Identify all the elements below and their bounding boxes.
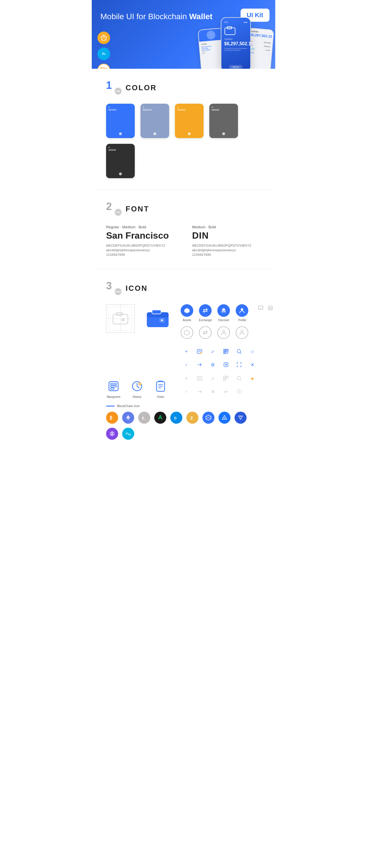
list-edit-icon-gray bbox=[196, 374, 204, 382]
share-icon bbox=[196, 361, 204, 369]
profile-icon-outline bbox=[236, 326, 248, 339]
svg-marker-20 bbox=[185, 330, 190, 335]
section-number-2: 2 TWO bbox=[106, 202, 121, 216]
hero-section: Mobile UI for Blockchain Wallet UI Kit P… bbox=[92, 0, 275, 69]
eth-icon bbox=[122, 412, 134, 424]
color-card-gray: #666666 bbox=[209, 104, 238, 138]
assets-icon bbox=[181, 304, 193, 317]
font-section-header: 2 TWO FONT bbox=[106, 202, 261, 216]
svg-point-65 bbox=[237, 376, 241, 380]
color-card-dark: #303030 bbox=[106, 144, 135, 178]
svg-rect-47 bbox=[224, 350, 225, 351]
upload-icon bbox=[222, 361, 230, 369]
color-card-blue: #3574FA bbox=[106, 104, 135, 138]
svg-rect-62 bbox=[224, 376, 226, 378]
discover-icon-item: Discover bbox=[217, 304, 230, 322]
svg-line-5 bbox=[106, 37, 107, 40]
svg-rect-8 bbox=[113, 314, 128, 324]
ltc-icon: Ł bbox=[138, 412, 150, 424]
svg-point-22 bbox=[241, 330, 243, 333]
discover-icon-outline bbox=[217, 326, 230, 339]
svg-text:Z: Z bbox=[190, 416, 193, 420]
history-icon-item: History bbox=[130, 379, 144, 399]
qr-icon bbox=[222, 347, 230, 355]
vet-icon bbox=[234, 412, 247, 424]
star-icon: ☆ bbox=[248, 347, 256, 355]
assets-icon-item: Assets bbox=[181, 304, 193, 322]
section-number-3: 3 THREE bbox=[106, 281, 121, 296]
svg-line-56 bbox=[240, 353, 242, 354]
blockchain-line bbox=[106, 406, 115, 406]
info-icon-gray: ⓘ bbox=[235, 388, 243, 396]
management-icon bbox=[106, 379, 121, 394]
qr-icon-gray bbox=[222, 374, 230, 382]
neo-icon bbox=[154, 412, 166, 424]
screens-badge: 60+ Screens bbox=[97, 64, 110, 69]
svg-rect-63 bbox=[226, 376, 228, 378]
svg-marker-16 bbox=[185, 308, 190, 313]
chevron-left-icon-gray: ‹ bbox=[182, 388, 190, 396]
svg-point-55 bbox=[237, 349, 241, 353]
badges-column: Ps 60+ Screens bbox=[97, 32, 110, 69]
color-card-orange: #F5A823 bbox=[175, 104, 204, 138]
font-din: Medium · Bold DIN ABCDEFGHIJKLMNOPQRSTUV… bbox=[192, 225, 261, 257]
svg-text:₿: ₿ bbox=[110, 415, 112, 420]
close-icon-gray: ✕ bbox=[209, 388, 217, 396]
plus-icon-gray: + bbox=[182, 374, 190, 382]
named-icons-outline-row bbox=[181, 326, 248, 339]
btc-icon: ₿ bbox=[106, 412, 118, 424]
svg-point-43 bbox=[200, 352, 202, 354]
named-icons-filled-row: Assets Exchange Discover bbox=[181, 304, 248, 322]
color-section-header: 1 ONE COLOR bbox=[106, 80, 261, 95]
expand-icon bbox=[235, 361, 243, 369]
assets-icon-outline bbox=[181, 326, 193, 339]
icon-section-header: 3 THREE ICON bbox=[106, 281, 261, 296]
stack-icon bbox=[266, 304, 274, 312]
svg-line-66 bbox=[240, 379, 242, 381]
close-icon: ✕ bbox=[248, 361, 256, 369]
arrow-back-icon-gray: ↩ bbox=[222, 388, 230, 396]
chat-icon bbox=[257, 304, 264, 312]
blockchain-label-row: BlockChain Icon bbox=[106, 404, 261, 408]
svg-rect-51 bbox=[224, 352, 225, 353]
management-icon-item: Mangment bbox=[106, 379, 121, 399]
profile-icon bbox=[236, 304, 248, 317]
share-icon-gray bbox=[196, 388, 204, 396]
profile-icon-item: Profile bbox=[236, 304, 248, 322]
icon-main-row: Assets Exchange Discover bbox=[106, 304, 261, 339]
photoshop-badge: Ps bbox=[97, 48, 110, 60]
section-number-1: 1 ONE bbox=[106, 80, 121, 95]
sky-icon bbox=[122, 428, 134, 440]
dash-icon: D bbox=[170, 412, 182, 424]
zec-icon: Z bbox=[186, 412, 198, 424]
chevron-left-icon: ‹ bbox=[182, 361, 190, 369]
search-icon bbox=[235, 347, 243, 355]
exchange-icon bbox=[199, 304, 211, 317]
small-icons-row-1: + ✓ ☆ ‹ ⚙ bbox=[182, 347, 261, 369]
color-card-slate: #8DA0C8 bbox=[140, 104, 169, 138]
font-section: 2 TWO FONT Regular · Medium · Bold San F… bbox=[92, 190, 275, 269]
exchange-icon-item: Exchange bbox=[199, 304, 211, 322]
svg-rect-13 bbox=[152, 310, 161, 314]
color-section: 1 ONE COLOR #3574FA #8DA0C8 #F5A823 #666… bbox=[92, 69, 275, 190]
svg-point-23 bbox=[268, 306, 273, 308]
wallet-icon-colored bbox=[143, 304, 172, 333]
svg-text:D: D bbox=[174, 416, 177, 420]
phone-mockups: Profile Management Message Red Collect N… bbox=[199, 26, 273, 69]
svg-rect-30 bbox=[111, 385, 116, 387]
crypto-icons-row: ₿ Ł D Z bbox=[106, 412, 261, 440]
gld-icon bbox=[202, 412, 215, 424]
svg-rect-49 bbox=[227, 350, 228, 351]
ada-icon bbox=[219, 412, 230, 424]
colors-row: #3574FA #8DA0C8 #F5A823 #666666 #303030 bbox=[106, 104, 261, 178]
check-icon-gray: ✓ bbox=[209, 374, 217, 382]
plus-icon: + bbox=[182, 347, 190, 355]
svg-point-19 bbox=[241, 308, 243, 311]
fonts-row: Regular · Medium · Bold San Francisco AB… bbox=[106, 225, 261, 257]
svg-point-15 bbox=[161, 319, 163, 321]
svg-point-21 bbox=[223, 330, 225, 333]
order-icon bbox=[153, 379, 168, 394]
font-san-francisco: Regular · Medium · Bold San Francisco AB… bbox=[106, 225, 175, 257]
settings-icon: ⚙ bbox=[209, 361, 217, 369]
star-icon-yellow: ★ bbox=[248, 374, 256, 382]
